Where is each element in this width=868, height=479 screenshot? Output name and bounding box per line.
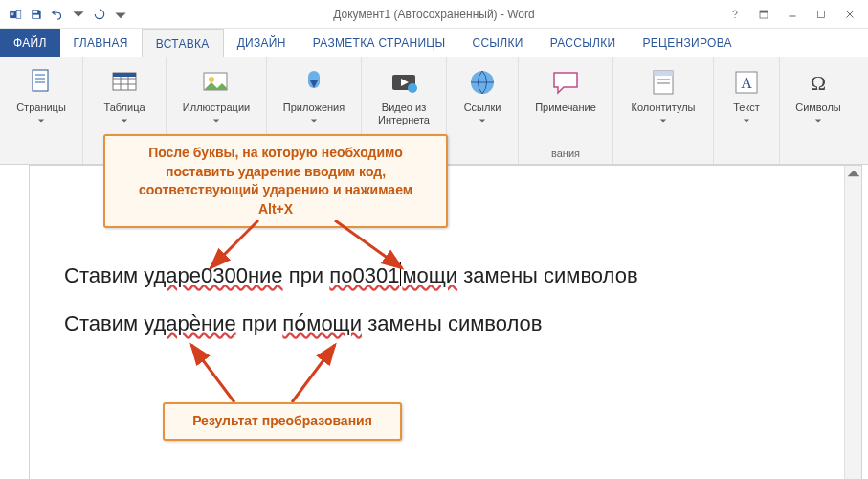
- ribbon-group-symbols: Ω Символы: [780, 57, 857, 164]
- ribbon-options-icon[interactable]: [749, 4, 778, 25]
- text-label: Текст: [733, 102, 760, 114]
- pages-label: Страницы: [16, 102, 66, 114]
- svg-rect-24: [654, 71, 673, 76]
- body-line-1[interactable]: Ставим ударе0300ние при по0301мощи замен…: [64, 262, 810, 288]
- callout-top: После буквы, на которую необходимо поста…: [103, 134, 448, 228]
- tab-review[interactable]: РЕЦЕНЗИРОВА: [629, 29, 745, 57]
- symbols-label: Символы: [795, 102, 841, 114]
- qat-dropdown-icon[interactable]: [111, 5, 130, 24]
- headers-button[interactable]: Колонтитулы: [621, 63, 705, 122]
- illustrations-icon: [201, 67, 232, 98]
- undo-icon[interactable]: [48, 5, 67, 24]
- svg-point-19: [209, 77, 214, 82]
- tab-insert[interactable]: ВСТАВКА: [142, 29, 224, 57]
- tab-references[interactable]: ССЫЛКИ: [458, 29, 536, 57]
- ribbon-group-pages: Страницы: [0, 57, 83, 164]
- svg-rect-2: [33, 10, 37, 12]
- svg-rect-1: [16, 10, 21, 18]
- svg-rect-25: [657, 79, 670, 80]
- comment-button[interactable]: Примечание: [526, 63, 605, 114]
- redo-icon[interactable]: [90, 5, 109, 24]
- pages-button[interactable]: Страницы: [8, 63, 75, 122]
- svg-rect-9: [35, 74, 45, 76]
- illustrations-label: Иллюстрации: [183, 102, 250, 114]
- scroll-up-icon[interactable]: [846, 166, 861, 181]
- symbols-icon: Ω: [803, 67, 834, 98]
- video-icon: [389, 67, 419, 98]
- svg-text:A: A: [741, 75, 752, 91]
- video-button[interactable]: Видео из Интернета: [369, 63, 438, 125]
- ribbon-group-headers: Колонтитулы: [613, 57, 714, 164]
- svg-point-21: [408, 83, 417, 93]
- ribbon-group-links: Ссылки: [447, 57, 519, 164]
- svg-text:Ω: Ω: [811, 71, 826, 95]
- video-label: Видео из Интернета: [378, 102, 430, 125]
- close-icon[interactable]: [835, 4, 864, 25]
- tab-design[interactable]: ДИЗАЙН: [224, 29, 300, 57]
- comment-label: Примечание: [535, 102, 596, 114]
- body-line-2[interactable]: Ставим ударѐние при по́мощи замены симво…: [64, 311, 810, 336]
- ribbon-group-text: A Текст: [714, 57, 780, 164]
- svg-rect-8: [33, 70, 48, 91]
- svg-rect-10: [35, 78, 45, 80]
- callout-bottom: Результат преобразования: [163, 402, 402, 441]
- symbols-button[interactable]: Ω Символы: [788, 63, 849, 122]
- svg-rect-7: [818, 11, 825, 17]
- links-icon: [467, 67, 498, 98]
- apps-button[interactable]: Приложения: [275, 63, 353, 122]
- tab-file[interactable]: ФАЙЛ: [0, 29, 60, 57]
- undo-dropdown-icon[interactable]: [69, 5, 88, 24]
- tab-home[interactable]: ГЛАВНАЯ: [60, 29, 142, 57]
- text-button[interactable]: A Текст: [722, 63, 771, 122]
- vertical-scrollbar[interactable]: [844, 166, 861, 479]
- svg-rect-3: [33, 14, 39, 17]
- help-icon[interactable]: [721, 4, 749, 25]
- tab-layout[interactable]: РАЗМЕТКА СТРАНИЦЫ: [300, 29, 459, 57]
- table-label: Таблица: [103, 102, 145, 114]
- minimize-icon[interactable]: [778, 4, 807, 25]
- table-button[interactable]: Таблица: [91, 63, 158, 122]
- text-icon: A: [731, 67, 762, 98]
- quick-access-toolbar: [0, 0, 130, 28]
- headers-icon: [648, 67, 679, 98]
- links-button[interactable]: Ссылки: [455, 63, 510, 122]
- word-logo-icon[interactable]: [6, 5, 25, 24]
- svg-rect-11: [35, 81, 45, 83]
- save-icon[interactable]: [27, 5, 46, 24]
- links-label: Ссылки: [464, 102, 501, 114]
- comment-icon: [550, 67, 581, 98]
- window-controls: [721, 4, 868, 25]
- ribbon-group-comment: Примечание вания: [519, 57, 613, 164]
- titlebar: Документ1 (Автосохраненный) - Word: [0, 0, 868, 29]
- tab-mailings[interactable]: РАССЫЛКИ: [537, 29, 630, 57]
- illustrations-button[interactable]: Иллюстрации: [174, 63, 258, 122]
- apps-icon: [299, 67, 329, 98]
- maximize-icon[interactable]: [807, 4, 835, 25]
- apps-label: Приложения: [283, 102, 345, 114]
- svg-rect-17: [113, 73, 136, 77]
- svg-rect-26: [657, 82, 670, 84]
- headers-label: Колонтитулы: [632, 102, 696, 114]
- svg-rect-5: [760, 11, 768, 13]
- pages-icon: [26, 67, 56, 98]
- svg-rect-6: [790, 15, 796, 16]
- table-icon: [109, 67, 140, 98]
- ribbon-tabs: ФАЙЛ ГЛАВНАЯ ВСТАВКА ДИЗАЙН РАЗМЕТКА СТР…: [0, 29, 868, 57]
